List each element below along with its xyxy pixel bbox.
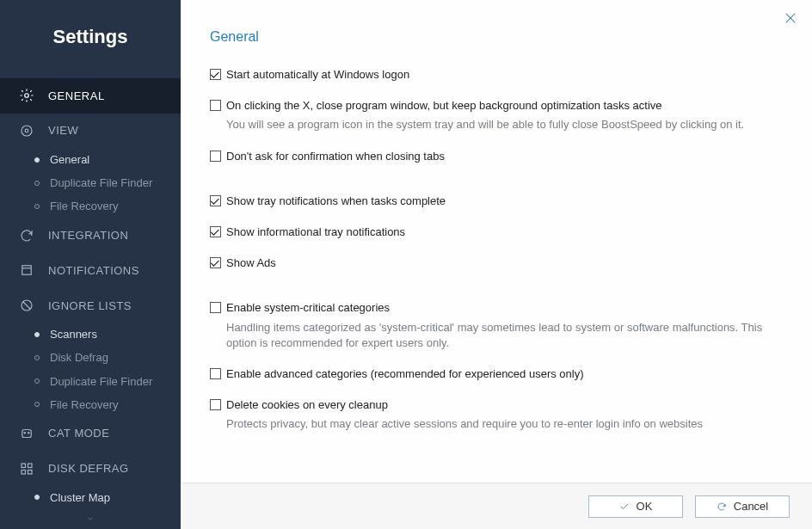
sidebar-sub-label: Duplicate File Finder <box>50 375 152 388</box>
bell-icon <box>19 262 34 278</box>
sidebar-sub-file-recovery[interactable]: File Recovery <box>0 194 181 218</box>
sidebar-sub-label: Cluster Map <box>50 491 110 504</box>
check-icon <box>619 501 630 512</box>
option-label: Show tray notifications when tasks compl… <box>226 194 779 209</box>
sidebar-item-disk-defrag[interactable]: DISK DEFRAG <box>0 451 181 486</box>
option-system-critical: Enable system-critical categories Handli… <box>210 300 779 351</box>
option-label: Enable system-critical categories <box>226 300 779 316</box>
footer: OK Cancel <box>181 483 812 529</box>
gear-icon <box>19 88 34 103</box>
sidebar-sub-label: File Recovery <box>50 200 118 212</box>
option-start-automatically: Start automatically at Windows logon <box>210 67 779 83</box>
sidebar-item-notifications[interactable]: NOTIFICATIONS <box>0 253 181 288</box>
checkbox-advanced-categories[interactable] <box>210 368 221 379</box>
svg-rect-11 <box>28 464 33 468</box>
content-pane: General Start automatically at Windows l… <box>181 0 812 529</box>
sidebar-title: Settings <box>0 26 181 48</box>
svg-point-8 <box>24 432 26 434</box>
bullet-icon <box>34 157 40 163</box>
sidebar-item-label: VIEW <box>48 124 78 137</box>
svg-rect-7 <box>22 429 32 437</box>
svg-point-2 <box>25 129 28 132</box>
sidebar-item-label: GENERAL <box>48 89 105 102</box>
svg-point-0 <box>25 94 29 98</box>
checkbox-system-critical[interactable] <box>210 302 221 313</box>
option-label: Show Ads <box>226 255 779 271</box>
close-button[interactable] <box>783 10 798 26</box>
bullet-icon <box>34 495 40 500</box>
option-advanced-categories: Enable advanced categories (recommended … <box>210 366 779 382</box>
option-close-keep-background: On clicking the X, close program window,… <box>210 98 779 132</box>
sidebar-sub-file-recovery-2[interactable]: File Recovery <box>0 393 181 416</box>
option-description: Protects privacy, but may clear active s… <box>226 416 779 432</box>
option-label: Enable advanced categories (recommended … <box>226 366 779 382</box>
sidebar-item-view[interactable]: VIEW <box>0 114 181 149</box>
sidebar-sub-general[interactable]: General <box>0 148 181 171</box>
grid-icon <box>19 461 34 477</box>
option-show-ads: Show Ads <box>210 255 779 271</box>
sidebar-item-label: IGNORE LISTS <box>48 299 132 312</box>
bullet-icon <box>34 355 40 360</box>
option-label: On clicking the X, close program window,… <box>226 98 779 114</box>
svg-rect-3 <box>22 266 32 275</box>
option-tray-notify-info: Show informational tray notifications <box>210 225 779 240</box>
sidebar-sub-scanners[interactable]: Scanners <box>0 323 181 346</box>
svg-line-6 <box>23 302 31 310</box>
option-label: Show informational tray notifications <box>226 225 779 240</box>
chevron-down-icon[interactable] <box>0 509 181 529</box>
svg-rect-10 <box>22 464 26 468</box>
content-inner: General Start automatically at Windows l… <box>181 0 812 483</box>
sidebar-sub-duplicate-file-finder[interactable]: Duplicate File Finder <box>0 171 181 194</box>
svg-point-9 <box>28 432 30 434</box>
option-delete-cookies: Delete cookies on every cleanup Protects… <box>210 397 779 432</box>
option-dont-ask-close-tabs: Don't ask for confirmation when closing … <box>210 149 779 164</box>
sidebar-sub-disk-defrag[interactable]: Disk Defrag <box>0 346 181 369</box>
ok-button-label: OK <box>637 500 653 513</box>
bullet-icon <box>34 332 40 337</box>
checkbox-start-automatically[interactable] <box>210 69 221 80</box>
sidebar-sub-duplicate-file-finder-2[interactable]: Duplicate File Finder <box>0 370 181 393</box>
eye-icon <box>19 123 34 138</box>
checkbox-delete-cookies[interactable] <box>210 399 221 410</box>
option-label: Start automatically at Windows logon <box>226 67 779 83</box>
checkbox-dont-ask-close-tabs[interactable] <box>210 151 221 162</box>
option-description: You will see a program icon in the syste… <box>226 117 779 132</box>
option-label: Don't ask for confirmation when closing … <box>226 149 779 164</box>
option-label: Delete cookies on every cleanup <box>226 397 779 413</box>
ban-icon <box>19 298 34 313</box>
cancel-button-label: Cancel <box>734 500 768 513</box>
bullet-icon <box>34 181 40 186</box>
checkbox-tray-notify-complete[interactable] <box>210 195 221 206</box>
sidebar-sub-label: Scanners <box>50 328 97 341</box>
checkbox-tray-notify-info[interactable] <box>210 226 221 237</box>
sidebar-item-cat-mode[interactable]: CAT MODE <box>0 416 181 452</box>
sidebar-sub-label: Disk Defrag <box>50 351 108 364</box>
checkbox-show-ads[interactable] <box>210 257 221 268</box>
sidebar-item-general[interactable]: GENERAL <box>0 78 181 114</box>
option-description: Handling items categorized as 'system-cr… <box>226 320 779 351</box>
svg-rect-13 <box>28 470 33 474</box>
cat-icon <box>19 426 34 441</box>
bullet-icon <box>34 378 40 384</box>
svg-rect-12 <box>22 470 26 474</box>
ok-button[interactable]: OK <box>588 495 683 518</box>
sidebar-item-label: DISK DEFRAG <box>48 462 129 475</box>
option-tray-notify-complete: Show tray notifications when tasks compl… <box>210 194 779 209</box>
sidebar-item-label: INTEGRATION <box>48 229 128 242</box>
section-heading: General <box>210 29 779 45</box>
svg-point-1 <box>22 126 32 136</box>
sidebar: Settings GENERAL VIEW General Duplicate … <box>0 0 181 529</box>
checkbox-close-keep-background[interactable] <box>210 100 221 111</box>
sidebar-item-label: CAT MODE <box>48 427 109 440</box>
sidebar-sub-label: General <box>50 153 89 166</box>
sidebar-item-label: NOTIFICATIONS <box>48 264 139 277</box>
sidebar-item-ignore-lists[interactable]: IGNORE LISTS <box>0 288 181 323</box>
sidebar-item-integration[interactable]: INTEGRATION <box>0 218 181 253</box>
sidebar-sub-label: File Recovery <box>50 398 118 411</box>
refresh-icon <box>717 501 727 512</box>
bullet-icon <box>34 402 40 407</box>
bullet-icon <box>34 204 40 209</box>
sidebar-sub-cluster-map[interactable]: Cluster Map <box>0 486 181 509</box>
cancel-button[interactable]: Cancel <box>695 495 790 518</box>
sidebar-sub-label: Duplicate File Finder <box>50 176 152 189</box>
